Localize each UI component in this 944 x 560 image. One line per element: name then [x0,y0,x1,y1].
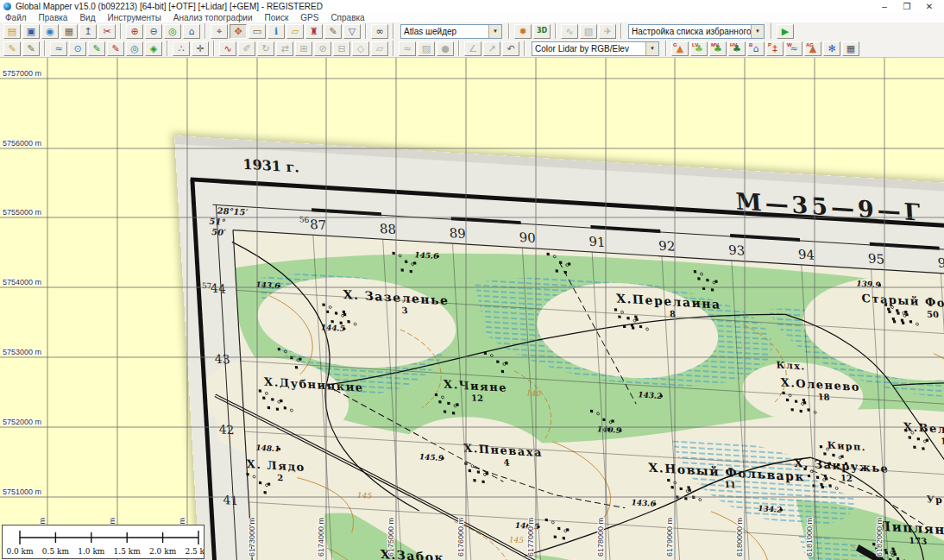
window-title: Global Mapper v15.0 (b092213) [64-bit] [… [16,2,873,11]
create-point-button[interactable]: ⊙ [69,41,86,56]
lidar-points-button[interactable]: ∴ [173,41,190,56]
menu-item-8[interactable]: Справка [330,13,364,22]
last-view-button[interactable]: ⌂ [183,24,200,39]
minimize-button[interactable]: – [873,2,896,11]
create-area-button[interactable]: ✎ [88,41,105,56]
classify-water-button[interactable]: W≈ [785,41,802,56]
pan-tool-button[interactable]: ✥ [230,24,247,39]
path-tool-button[interactable]: ✎ [324,24,342,39]
lidar-filter-button[interactable]: ✻ [823,41,840,56]
map-canvas[interactable]: 1931 г.М—35—9—Г(ЛЕЛЬЧИЦЫ)28°15′51°50′568… [0,58,944,560]
building-icon: ⌂ [753,44,759,53]
toolbar-row-1: ▤▣◉▦↥✂⊕⊖◎⌂⌖✥▭ℹ▱♜✎▽∞Atlas шейдер▼✹3D∿▧✈На… [0,22,944,40]
northing-label: 5756000 m [3,139,41,148]
close-button[interactable]: ✕ [918,2,941,11]
menu-item-1[interactable]: Файл [5,13,27,22]
classify-medium-veg-button[interactable]: MV♣ [709,41,727,56]
digitizer-new-button[interactable]: ✎ [22,41,40,56]
cube-icon: ▧ [584,27,593,36]
search-button[interactable]: ∞ [371,24,388,39]
grid-column-number: 91 [588,234,606,250]
pencil-lidar-icon: ✎ [111,44,119,53]
lidar-palette-button[interactable]: ▦ [842,41,859,56]
palette-grid-icon: ▦ [846,44,855,53]
filter-view-button[interactable]: ▽ [343,24,361,39]
classify-low-veg-button[interactable]: LV♣ [690,41,708,56]
export-button[interactable]: ↥ [79,24,97,39]
classify-ground-button[interactable]: G▲ [671,41,689,56]
zoom-in-button[interactable]: ⊕ [126,24,143,39]
maximize-button[interactable]: ❐ [896,2,918,11]
select-points-button[interactable]: ✛ [192,41,209,56]
scale-label: 0.5 km [42,547,70,556]
home-icon: ⌂ [189,27,195,36]
classify-powerline-button[interactable]: P‡ [766,41,784,56]
range-rings-button[interactable]: ◎ [126,41,143,56]
classify-auto-ground-button[interactable]: AG▲ [804,41,821,56]
globe-icon: ◉ [46,27,54,36]
pencil-line-icon: ≈ [54,44,62,53]
favorites-combo[interactable]: Настройка списка избранного...▼ [628,24,765,39]
toolbar-separator [524,41,525,56]
lidar-combo[interactable]: Color Lidar by RGB/Elev▼ [532,41,659,56]
toolbar-separator [393,23,394,39]
classify-building-button[interactable]: B⌂ [747,41,765,56]
toolbar-row-2: ✎✎≈⊙✎✎◎◈∴✛∿✐↻⇄⊞⊘⊟◇▱≈▨●∠↗↶Color Lidar by … [0,40,944,57]
chevron-down-icon[interactable]: ▼ [751,25,764,38]
blob-icon: ● [441,44,450,53]
edit-vertices-button[interactable]: ∿ [219,41,236,56]
export-icon: ↥ [84,27,91,36]
viewshed-button[interactable]: ♜ [305,24,323,39]
control-center-button[interactable]: ▦ [60,24,78,39]
class-letter-label: HV [730,42,737,47]
map-layout-button[interactable]: ✂ [98,24,116,39]
open-data-button[interactable]: ▤ [3,24,21,39]
toolbar-separator [365,23,367,39]
measure-tool-button[interactable]: ▭ [249,24,266,39]
shader-options-button[interactable]: ✹ [514,24,532,39]
scale-label: 2.5 km [185,547,204,556]
show-3d-button[interactable]: 3D [533,24,551,39]
full-extent-icon: ◎ [168,27,177,36]
class-letter-label: LV [692,42,698,47]
survey-year-label: 1931 г. [242,156,299,176]
scale-label: 0.0 km [6,547,34,556]
menu-item-5[interactable]: Анализ топографии [173,13,253,22]
sphere-icon: ✹ [519,27,526,36]
grid-row-number: 43 [214,351,230,366]
undo-edit-button[interactable]: ↶ [502,41,519,56]
create-grid-button[interactable]: ◈ [145,41,162,56]
zoom-out-button[interactable]: ⊖ [145,24,162,39]
digitizer-edit-button[interactable]: ✎ [3,41,21,56]
menu-item-2[interactable]: Правка [39,13,68,22]
menu-item-7[interactable]: GPS [300,13,318,22]
create-lidar-button[interactable]: ✎ [107,41,124,56]
zoom-tool-button[interactable]: ⌖ [211,24,228,39]
menu-item-3[interactable]: Вид [79,13,95,22]
play-icon: ▶ [782,27,789,36]
menu-item-4[interactable]: Инструменты [107,13,160,22]
snap-vertex-button: ∠ [464,41,481,56]
toolbar-separator [620,23,622,39]
shader-combo[interactable]: Atlas шейдер▼ [400,24,502,39]
full-view-button[interactable]: ◎ [164,24,181,39]
run-favorite-button[interactable]: ▶ [777,24,794,39]
rotate-icon: ↻ [261,44,269,53]
scale-bar: 0.0 km0.5 km1.0 km1.5 km2.0 km2.5 km [2,525,205,559]
chevron-down-icon[interactable]: ▼ [488,25,501,38]
create-line-button[interactable]: ≈ [50,41,67,56]
house-count-label: 11 [724,480,737,490]
spot-elevation-label: 134.2 [757,504,782,514]
chevron-down-icon[interactable]: ▼ [645,42,658,55]
menu-item-6[interactable]: Поиск [265,13,289,22]
copy-icon: ⊞ [299,44,307,53]
online-data-button[interactable]: ◉ [41,24,59,39]
save-workspace-button[interactable]: ▣ [22,24,40,39]
arrow-ne-icon: ↗ [488,44,495,53]
northing-label: 5754000 m [3,278,41,286]
info-icon: ℹ [274,27,278,36]
classify-high-veg-button[interactable]: HV♣ [728,41,746,56]
scale-label: 2.0 km [149,547,177,556]
area-tool-button[interactable]: ▱ [286,24,304,39]
feature-info-button[interactable]: ℹ [267,24,285,39]
